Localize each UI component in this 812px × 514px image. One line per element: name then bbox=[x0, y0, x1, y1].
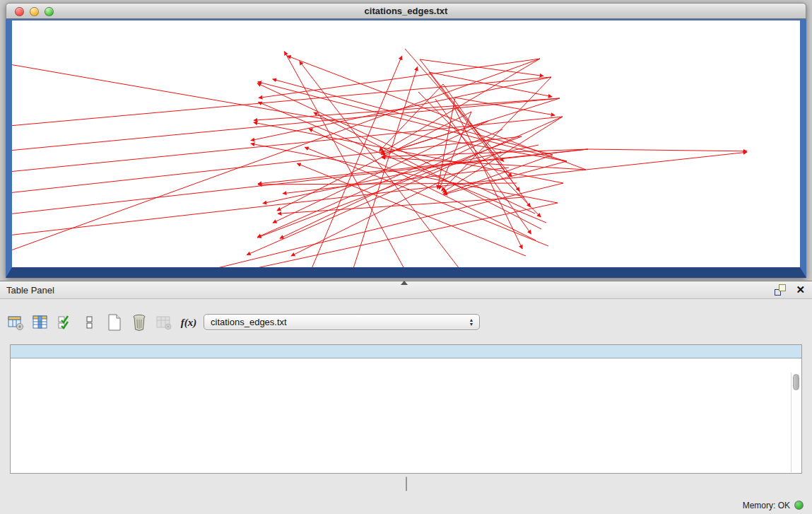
attribute-table bbox=[10, 344, 802, 474]
row-height-icon[interactable] bbox=[81, 313, 99, 332]
minimize-button[interactable] bbox=[30, 7, 39, 16]
table-body bbox=[11, 358, 801, 473]
network-frame bbox=[6, 19, 806, 278]
status-bar: Memory: OK bbox=[0, 496, 812, 514]
delete-table-icon bbox=[155, 313, 173, 332]
memory-ok-indicator[interactable] bbox=[794, 501, 804, 510]
network-view-window: citations_edges.txt bbox=[6, 3, 806, 278]
table-header-row bbox=[11, 345, 801, 358]
vertical-scrollbar[interactable] bbox=[791, 373, 801, 472]
combo-arrows-icon: ▲▼ bbox=[466, 318, 479, 326]
close-panel-icon[interactable]: ✕ bbox=[796, 284, 805, 296]
table-select-dropdown[interactable]: citations_edges.txt ▲▼ bbox=[204, 314, 480, 330]
network-canvas[interactable] bbox=[12, 21, 800, 267]
window-titlebar[interactable]: citations_edges.txt bbox=[6, 3, 806, 19]
close-button[interactable] bbox=[15, 7, 24, 16]
function-builder-icon[interactable]: f(x) bbox=[180, 313, 198, 332]
window-title: citations_edges.txt bbox=[6, 4, 806, 19]
float-panel-icon[interactable] bbox=[775, 284, 786, 296]
table-panel: Table Panel ✕ f(x) citat bbox=[0, 281, 812, 514]
delete-columns-icon[interactable] bbox=[130, 313, 148, 332]
table-panel-titlebar[interactable]: Table Panel ✕ bbox=[0, 281, 812, 299]
show-columns-icon[interactable] bbox=[31, 313, 49, 332]
panel-divider-handle[interactable] bbox=[401, 281, 408, 285]
new-table-icon[interactable] bbox=[105, 313, 124, 332]
table-settings-icon[interactable] bbox=[6, 313, 25, 332]
select-columns-icon[interactable] bbox=[56, 313, 74, 332]
memory-status-label: Memory: OK bbox=[743, 501, 790, 510]
table-type-tabs bbox=[0, 477, 812, 491]
zoom-button[interactable] bbox=[45, 7, 54, 16]
scrollbar-thumb[interactable] bbox=[793, 374, 799, 390]
table-toolbar: f(x) citations_edges.txt ▲▼ bbox=[0, 310, 812, 335]
table-select-value: citations_edges.txt bbox=[204, 317, 466, 327]
